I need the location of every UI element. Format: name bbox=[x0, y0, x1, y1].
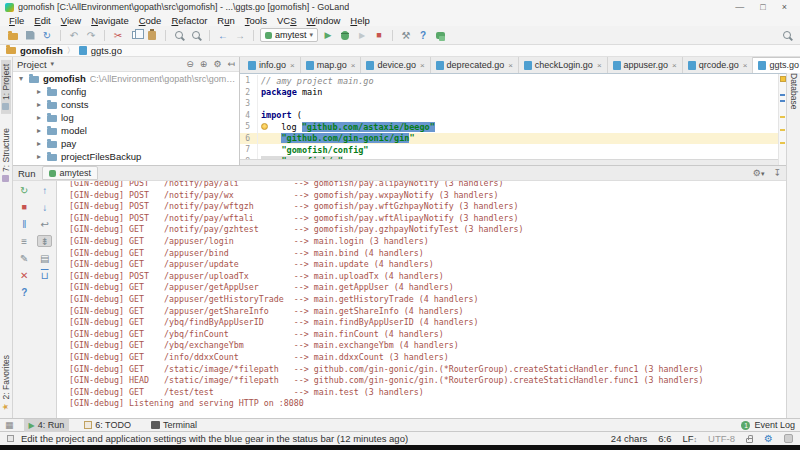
chevron-down-icon[interactable]: ▾ bbox=[51, 60, 55, 68]
run-configuration-select[interactable]: amytest ▾ bbox=[260, 28, 318, 42]
redo-icon[interactable]: ↷ bbox=[84, 28, 98, 42]
editor-tab-ggts.go[interactable]: ggts.go× bbox=[753, 57, 800, 73]
feedback-icon[interactable] bbox=[433, 28, 447, 42]
close-tab-icon[interactable]: × bbox=[597, 61, 602, 70]
lock-icon[interactable] bbox=[746, 438, 753, 443]
tool-button-todo[interactable]: 6: TODO bbox=[79, 419, 136, 432]
hide-panel-icon[interactable]: ↧ bbox=[773, 168, 781, 178]
caret-position[interactable]: 6:6 bbox=[658, 433, 671, 444]
editor-tab-checkLogin.go[interactable]: checkLogin.go× bbox=[519, 57, 608, 73]
save-all-icon[interactable] bbox=[23, 28, 37, 42]
close-button[interactable]: × bbox=[782, 2, 787, 12]
rerun-icon[interactable]: ↻ bbox=[17, 184, 32, 196]
menu-navigate[interactable]: Navigate bbox=[86, 15, 134, 26]
gear-icon[interactable]: ⚙▾ bbox=[753, 168, 765, 178]
chevron-right-icon[interactable]: ▸ bbox=[35, 126, 43, 135]
event-log-button[interactable]: 1 Event Log bbox=[741, 420, 795, 430]
maximize-button[interactable]: □ bbox=[760, 2, 765, 12]
menu-window[interactable]: Window bbox=[302, 15, 346, 26]
sync-icon[interactable]: ↻ bbox=[40, 28, 54, 42]
code-line-1[interactable]: 1// amy project main.go bbox=[240, 75, 786, 87]
encoding-select[interactable]: UTF-8 bbox=[708, 433, 735, 444]
menu-help[interactable]: Help bbox=[345, 15, 375, 26]
up-stack-trace-icon[interactable]: ↑ bbox=[37, 184, 52, 196]
close-tab-icon[interactable]: × bbox=[508, 61, 513, 70]
run-panel-title[interactable]: Run bbox=[18, 168, 35, 179]
find-icon[interactable] bbox=[172, 28, 186, 42]
down-stack-trace-icon[interactable]: ↓ bbox=[37, 201, 52, 213]
chevron-right-icon[interactable]: ▸ bbox=[35, 87, 43, 96]
debug-icon[interactable] bbox=[338, 28, 352, 42]
help-icon[interactable]: ? bbox=[416, 28, 430, 42]
tree-item-projectFilesBackup[interactable]: ▸projectFilesBackup bbox=[13, 150, 239, 163]
close-icon[interactable]: ✕ bbox=[17, 269, 32, 281]
run-config-tab[interactable]: amytest bbox=[42, 166, 98, 180]
tree-item-model[interactable]: ▸model bbox=[13, 124, 239, 137]
editor-tab-deprecated.go[interactable]: deprecated.go× bbox=[431, 57, 519, 73]
close-tab-icon[interactable]: × bbox=[672, 61, 677, 70]
code-line-6[interactable]: 6 "github.com/gin-gonic/gin" bbox=[240, 133, 786, 145]
code-line-4[interactable]: 4import ( bbox=[240, 110, 786, 122]
menu-code[interactable]: Code bbox=[134, 15, 167, 26]
stop-icon[interactable]: ■ bbox=[372, 28, 386, 42]
stop-icon[interactable]: ■ bbox=[17, 201, 32, 213]
menu-view[interactable]: View bbox=[56, 15, 86, 26]
soft-wrap-icon[interactable]: ↩ bbox=[37, 218, 52, 230]
gear-icon[interactable]: ⚙ bbox=[764, 433, 773, 444]
close-tab-icon[interactable]: × bbox=[743, 61, 748, 70]
close-tab-icon[interactable]: × bbox=[351, 61, 356, 70]
tree-item-consts[interactable]: ▸consts bbox=[13, 98, 239, 111]
help-icon[interactable]: ? bbox=[17, 286, 32, 298]
menu-run[interactable]: Run bbox=[212, 15, 239, 26]
pause-output-icon[interactable]: ‖ bbox=[17, 218, 32, 230]
inspections-indicator[interactable] bbox=[780, 76, 786, 82]
project-tree[interactable]: ▾ gomofish C:\AllEnvironment\gopath\src\… bbox=[13, 72, 239, 165]
back-icon[interactable]: ← bbox=[216, 28, 230, 42]
pin-icon[interactable]: ✎ bbox=[17, 252, 32, 264]
editor-tab-appuser.go[interactable]: appuser.go× bbox=[608, 57, 683, 73]
tool-button-structure[interactable]: 7: Structure bbox=[1, 124, 11, 186]
menu-vcs[interactable]: VCS bbox=[272, 15, 302, 26]
open-icon[interactable] bbox=[6, 28, 20, 42]
code-line-3[interactable]: 3 bbox=[240, 98, 786, 110]
editor-tab-map.go[interactable]: map.go× bbox=[301, 57, 362, 73]
editor-tab-info.go[interactable]: info.go× bbox=[243, 57, 301, 73]
code-line-7[interactable]: 7 "gomofish/config" bbox=[240, 144, 786, 156]
tree-item-config[interactable]: ▸config bbox=[13, 85, 239, 98]
collapse-all-icon[interactable]: ⊖ bbox=[186, 59, 194, 69]
console-output[interactable]: [GIN-debug] POST /notify/pay/ali --> gom… bbox=[57, 181, 786, 418]
minimize-button[interactable]: — bbox=[735, 2, 744, 12]
clear-console-icon[interactable]: ⊔ bbox=[37, 269, 52, 281]
breadcrumb-file[interactable]: ggts.go bbox=[91, 45, 122, 56]
close-tab-icon[interactable]: × bbox=[420, 61, 425, 70]
paste-icon[interactable] bbox=[145, 28, 159, 42]
chevron-right-icon[interactable]: ▸ bbox=[35, 139, 43, 148]
chevron-right-icon[interactable]: ▸ bbox=[35, 152, 43, 161]
line-ending-select[interactable]: LF↕ bbox=[683, 433, 698, 444]
code-area[interactable]: 1// amy project main.go2package main34im… bbox=[240, 74, 786, 165]
replace-icon[interactable] bbox=[189, 28, 203, 42]
run-icon[interactable]: ▶ bbox=[321, 28, 335, 42]
hide-panel-icon[interactable]: ↤ bbox=[227, 59, 235, 69]
settings-icon[interactable]: ⚒ bbox=[399, 28, 413, 42]
horizontal-scrollbar[interactable] bbox=[240, 159, 778, 165]
console-layout-icon[interactable]: ≡ bbox=[17, 235, 32, 247]
tool-button-favorites[interactable]: ★ 2: Favorites bbox=[1, 351, 11, 415]
tree-item-pay[interactable]: ▸pay bbox=[13, 137, 239, 150]
chevron-right-icon[interactable]: ▸ bbox=[35, 113, 43, 122]
intention-bulb-icon[interactable] bbox=[261, 123, 268, 130]
scroll-from-source-icon[interactable]: ⊕ bbox=[200, 59, 208, 69]
chevron-expanded-icon[interactable]: ▾ bbox=[17, 74, 25, 83]
close-tab-icon[interactable]: × bbox=[290, 61, 295, 70]
menu-refactor[interactable]: Refactor bbox=[166, 15, 212, 26]
code-line-2[interactable]: 2package main bbox=[240, 87, 786, 99]
tree-item-log[interactable]: ▸log bbox=[13, 111, 239, 124]
scroll-to-end-icon[interactable]: ⇟ bbox=[37, 235, 52, 247]
editor-tab-device.go[interactable]: device.go× bbox=[361, 57, 430, 73]
menu-edit[interactable]: Edit bbox=[29, 15, 55, 26]
tool-button-terminal[interactable]: Terminal bbox=[146, 419, 202, 432]
menu-file[interactable]: File bbox=[4, 15, 29, 26]
search-everywhere-icon[interactable] bbox=[780, 28, 794, 42]
tool-button-run[interactable]: ▶ 4: Run bbox=[24, 419, 70, 432]
editor-tab-qrcode.go[interactable]: qrcode.go× bbox=[683, 57, 754, 73]
